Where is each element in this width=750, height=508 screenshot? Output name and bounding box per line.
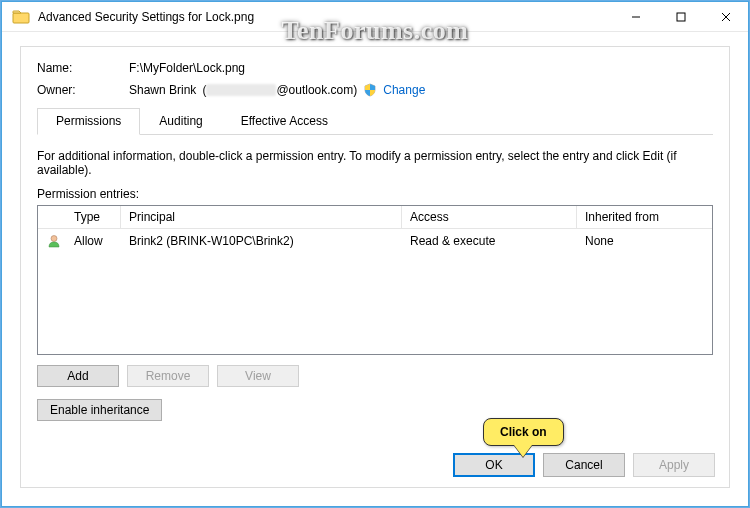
- permission-entries-label: Permission entries:: [37, 187, 713, 201]
- cancel-button[interactable]: Cancel: [543, 453, 625, 477]
- enable-inheritance-button[interactable]: Enable inheritance: [37, 399, 162, 421]
- table-row[interactable]: Allow Brink2 (BRINK-W10PC\Brink2) Read &…: [38, 229, 712, 253]
- cell-access: Read & execute: [402, 232, 577, 250]
- view-button: View: [217, 365, 299, 387]
- folder-icon: [12, 8, 30, 26]
- owner-redacted: [206, 84, 276, 96]
- permission-table[interactable]: Type Principal Access Inherited from All…: [37, 205, 713, 355]
- col-access[interactable]: Access: [402, 206, 577, 228]
- dialog-footer: OK Cancel Apply: [453, 453, 715, 477]
- minimize-button[interactable]: [613, 2, 658, 32]
- col-inherited[interactable]: Inherited from: [577, 206, 712, 228]
- cell-inherited: None: [577, 232, 712, 250]
- info-text: For additional information, double-click…: [37, 149, 713, 177]
- cell-principal: Brink2 (BRINK-W10PC\Brink2): [121, 232, 402, 250]
- table-header: Type Principal Access Inherited from: [38, 206, 712, 229]
- tab-permissions[interactable]: Permissions: [37, 108, 140, 135]
- owner-row: Owner: Shawn Brink (@outlook.com) Change: [37, 83, 713, 97]
- uac-shield-icon: [363, 83, 377, 97]
- entry-buttons: Add Remove View: [37, 365, 713, 387]
- change-owner-link[interactable]: Change: [383, 83, 425, 97]
- tab-effective-access[interactable]: Effective Access: [222, 108, 347, 135]
- svg-rect-0: [13, 13, 29, 23]
- apply-button: Apply: [633, 453, 715, 477]
- name-value: F:\MyFolder\Lock.png: [129, 61, 245, 75]
- window-frame: Advanced Security Settings for Lock.png …: [1, 1, 749, 507]
- name-label: Name:: [37, 61, 129, 75]
- cell-type: Allow: [66, 232, 121, 250]
- maximize-button[interactable]: [658, 2, 703, 32]
- add-button[interactable]: Add: [37, 365, 119, 387]
- content-panel: Name: F:\MyFolder\Lock.png Owner: Shawn …: [20, 46, 730, 488]
- titlebar: Advanced Security Settings for Lock.png: [2, 2, 748, 32]
- svg-rect-2: [677, 13, 685, 21]
- owner-name: Shawn Brink: [129, 83, 196, 97]
- tab-auditing[interactable]: Auditing: [140, 108, 221, 135]
- close-button[interactable]: [703, 2, 748, 32]
- user-icon: [38, 232, 66, 250]
- col-type[interactable]: Type: [66, 206, 121, 228]
- name-row: Name: F:\MyFolder\Lock.png: [37, 61, 713, 75]
- annotation-callout: Click on: [483, 418, 564, 446]
- callout-text: Click on: [483, 418, 564, 446]
- window-title: Advanced Security Settings for Lock.png: [38, 10, 613, 24]
- owner-email-suffix: @outlook.com): [276, 83, 357, 97]
- svg-point-5: [51, 236, 57, 242]
- remove-button: Remove: [127, 365, 209, 387]
- owner-label: Owner:: [37, 83, 129, 97]
- tab-strip: Permissions Auditing Effective Access: [37, 107, 713, 135]
- col-principal[interactable]: Principal: [121, 206, 402, 228]
